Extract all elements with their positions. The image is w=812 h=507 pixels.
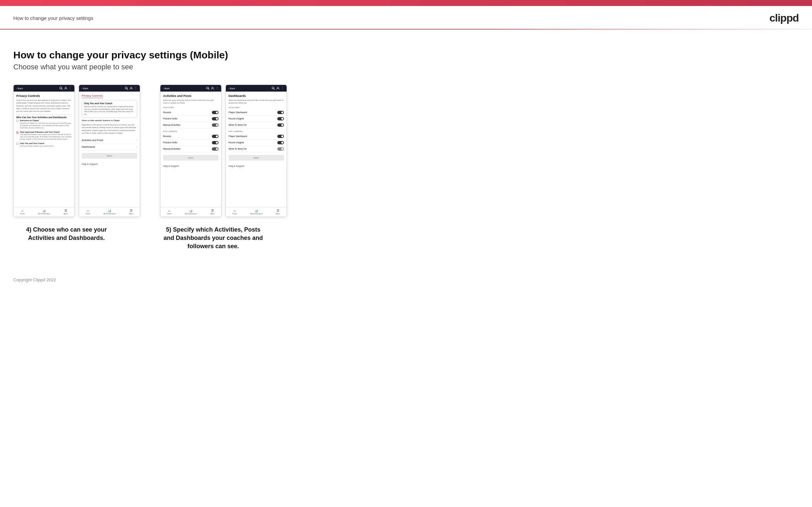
nav-perf-label-4: My Performance	[250, 213, 263, 215]
coaches-rounds-label: Rounds	[163, 111, 171, 113]
followers-drills-row[interactable]: Practice Drills	[163, 140, 218, 146]
coaches-round-insights-toggle[interactable]	[277, 117, 284, 120]
option-only-you-desc: Only you and the coaches you connect wit…	[20, 145, 54, 147]
back-button-3[interactable]: ‹ Back	[163, 87, 170, 90]
popup: Only You and Your Coach Only you and the…	[82, 100, 137, 117]
step4-block: ‹ Back ⋮ Privacy Controls Control how yo…	[13, 84, 140, 242]
step5-block: ‹ Back ⋮ Activities and Posts Select the…	[160, 84, 287, 251]
option-everyone-desc: Everyone on Clippd can search for you an…	[20, 122, 72, 129]
nav-home-1[interactable]: ⌂ Home	[20, 209, 24, 215]
coaches-work-on-row[interactable]: What To Work On	[229, 122, 284, 128]
popup-title: Only You and Your Coach	[84, 102, 135, 105]
followers-player-dash-toggle[interactable]	[277, 135, 284, 138]
nav-icons-1: ⋮	[59, 87, 72, 90]
followers-rounds-row[interactable]: Rounds	[163, 133, 218, 140]
nav-home-label-4: Home	[233, 213, 237, 215]
nav-home-2[interactable]: ⌂ Home	[86, 209, 90, 215]
more-icon-2[interactable]: ⋮	[134, 87, 137, 90]
option-everyone[interactable]: Everyone on Clippd Everyone on Clippd ca…	[16, 119, 72, 129]
person-icon-4	[276, 87, 280, 90]
person-icon-2	[130, 87, 133, 90]
nav-perf-label-3: My Performance	[185, 213, 197, 215]
coaches-work-on-toggle[interactable]	[277, 123, 284, 127]
coaches-rounds-toggle[interactable]	[212, 111, 218, 114]
svg-point-6	[207, 87, 209, 89]
activities-posts-row[interactable]: Activities and Posts ›	[82, 137, 137, 144]
nav-home-label-2: Home	[86, 213, 90, 215]
followers-label-4: FOLLOWERS	[229, 130, 284, 132]
nav-perf-label-1: My Performance	[38, 213, 50, 215]
nav-home-4[interactable]: ⌂ Home	[233, 209, 237, 215]
more-icon-4[interactable]: ⋮	[281, 87, 284, 90]
nav-menu-label-3: Menu	[210, 213, 214, 215]
option-only-you[interactable]: Only You and Your Coach Only you and the…	[16, 143, 72, 147]
nav-performance-2[interactable]: 📊 My Performance	[104, 209, 116, 215]
option-approved[interactable]: Only Approved Followers and Your Coach O…	[16, 131, 72, 141]
nav-menu-1[interactable]: ☰ Menu	[63, 209, 68, 215]
coaches-player-dash-row[interactable]: Player Dashboard	[229, 110, 284, 116]
coaches-label-4: COACHES	[229, 107, 284, 109]
radio-everyone[interactable]	[16, 120, 18, 122]
step5-caption: 5) Specify which Activities, Posts and D…	[160, 226, 266, 251]
privacy-controls-tab[interactable]: Privacy Controls	[82, 94, 103, 98]
nav-performance-1[interactable]: 📊 My Performance	[38, 209, 50, 215]
back-button-1[interactable]: ‹ Back	[16, 87, 23, 90]
followers-work-on-row[interactable]: What To Work On	[229, 146, 284, 152]
option-approved-label: Only Approved Followers and Your Coach	[20, 131, 72, 134]
nav-menu-2[interactable]: ☰ Menu	[129, 209, 133, 215]
search-icon-1[interactable]	[59, 87, 63, 90]
header: How to change your privacy settings clip…	[0, 6, 812, 29]
followers-rounds-toggle[interactable]	[212, 135, 218, 138]
coaches-manual-row[interactable]: Manual Activities	[163, 122, 218, 128]
dashboards-row[interactable]: Dashboards ›	[82, 144, 137, 150]
person-icon-1	[64, 87, 67, 90]
search-icon-4[interactable]	[272, 87, 275, 90]
svg-line-4	[127, 89, 128, 90]
search-icon-2[interactable]	[125, 87, 128, 90]
nav-performance-3[interactable]: 📊 My Performance	[185, 209, 197, 215]
help-2[interactable]: Help & Support	[82, 161, 137, 167]
nav-menu-4[interactable]: ☰ Menu	[276, 209, 280, 215]
more-icon-3[interactable]: ⋮	[215, 87, 218, 90]
followers-work-on-toggle[interactable]	[277, 147, 284, 151]
coaches-drills-row[interactable]: Practice Drills	[163, 116, 218, 122]
option-only-you-label: Only You and Your Coach	[20, 143, 54, 145]
followers-player-dash-row[interactable]: Player Dashboard	[229, 133, 284, 140]
followers-round-insights-toggle[interactable]	[277, 141, 284, 144]
logo: clippd	[769, 12, 799, 24]
followers-round-insights-row[interactable]: Round Insights	[229, 140, 284, 146]
coaches-player-dash-toggle[interactable]	[277, 111, 284, 114]
home-icon-2: ⌂	[87, 209, 89, 212]
back-button-2[interactable]: ‹ Back	[82, 87, 88, 90]
save-btn-3[interactable]: Save	[163, 155, 218, 161]
followers-manual-row[interactable]: Manual Activities	[163, 146, 218, 152]
followers-manual-toggle[interactable]	[212, 147, 218, 151]
followers-player-dash-label: Player Dashboard	[229, 135, 247, 137]
search-icon-3[interactable]	[206, 87, 210, 90]
coaches-work-on-label: What To Work On	[229, 124, 247, 126]
step4-screens: ‹ Back ⋮ Privacy Controls Control how yo…	[13, 84, 140, 217]
help-3[interactable]: Help & Support	[163, 163, 218, 169]
coaches-label-3: COACHES	[163, 107, 218, 109]
nav-menu-3[interactable]: ☰ Menu	[210, 209, 214, 215]
menu-icon-4: ☰	[276, 209, 279, 212]
dashboards-title: Dashboards	[229, 94, 284, 98]
radio-only-you[interactable]	[16, 143, 18, 145]
coaches-manual-label: Manual Activities	[163, 124, 180, 126]
save-btn-4[interactable]: Save	[229, 155, 284, 161]
page-heading: How to change your privacy settings (Mob…	[13, 49, 799, 61]
nav-home-3[interactable]: ⌂ Home	[167, 209, 171, 215]
nav-performance-4[interactable]: 📊 My Performance	[250, 209, 263, 215]
coaches-round-insights-row[interactable]: Round Insights	[229, 116, 284, 122]
coaches-manual-toggle[interactable]	[212, 123, 218, 127]
phone-body-2: Privacy Controls Only You and Your Coach…	[79, 92, 140, 205]
coaches-drills-toggle[interactable]	[212, 117, 218, 120]
option-approved-desc: Only approved followers and coaches you …	[20, 133, 72, 140]
followers-drills-toggle[interactable]	[212, 141, 218, 144]
radio-approved[interactable]	[16, 131, 18, 134]
save-btn-2[interactable]: Save	[82, 153, 137, 159]
more-icon-1[interactable]: ⋮	[69, 87, 72, 90]
help-4[interactable]: Help & Support	[229, 163, 284, 169]
back-button-4[interactable]: ‹ Back	[229, 87, 235, 90]
coaches-rounds-row[interactable]: Rounds	[163, 110, 218, 116]
